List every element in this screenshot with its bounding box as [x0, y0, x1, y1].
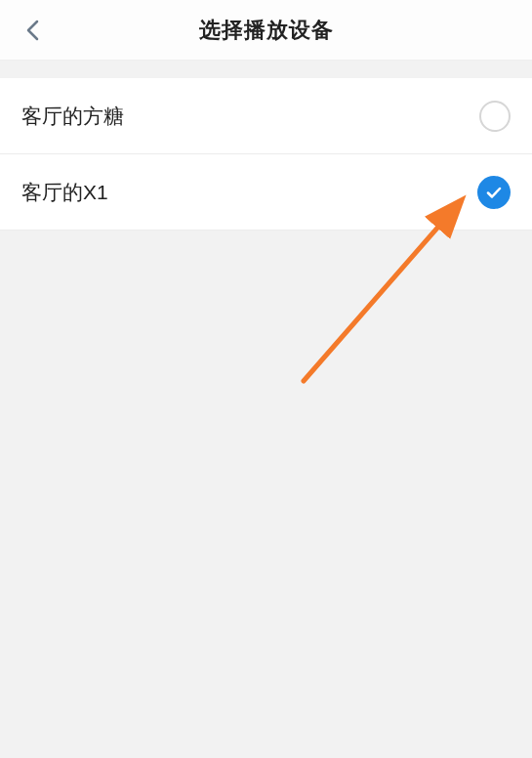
device-item-fangtang[interactable]: 客厅的方糖 [0, 78, 532, 154]
page-title: 选择播放设备 [0, 16, 532, 45]
radio-unchecked-icon [479, 101, 511, 132]
device-label: 客厅的X1 [21, 179, 108, 206]
section-gap [0, 61, 532, 78]
device-list: 客厅的方糖 客厅的X1 [0, 78, 532, 231]
chevron-left-icon [25, 20, 39, 41]
header: 选择播放设备 [0, 0, 532, 61]
radio-checked-icon [477, 176, 511, 209]
check-icon [485, 184, 503, 201]
device-item-x1[interactable]: 客厅的X1 [0, 154, 532, 231]
back-button[interactable] [18, 16, 47, 45]
device-label: 客厅的方糖 [21, 103, 124, 130]
